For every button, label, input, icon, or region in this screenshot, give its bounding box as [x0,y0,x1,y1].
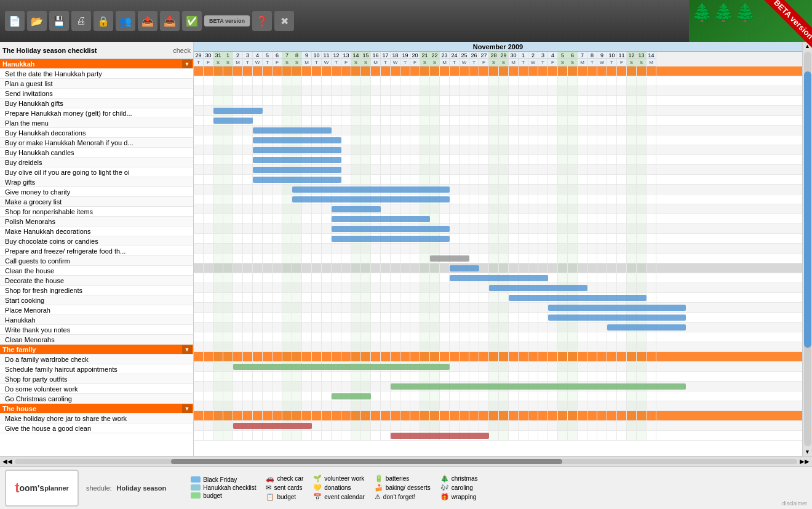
collapse-button[interactable]: ▼ [182,60,192,68]
category-row[interactable]: The family▼ [0,345,193,355]
task-row[interactable]: Clean Menorahs [0,335,193,345]
task-row[interactable]: Polish Menorahs [0,217,193,226]
gantt-cell [194,401,204,411]
task-row[interactable]: Shop for fresh ingredients [0,286,193,295]
gantt-cell [204,303,213,312]
import-icon[interactable]: 📥 [160,11,180,31]
lock-icon[interactable]: 🔒 [94,11,113,31]
print-icon[interactable]: 🖨 [71,11,91,31]
scroll-track[interactable] [15,459,797,464]
gantt-cell [430,145,440,154]
task-row[interactable]: Go Christmas caroling [0,394,193,404]
task-row[interactable]: Do a family wardrobe check [0,355,193,364]
task-row[interactable]: Set the date the Hanukkah party [0,69,193,79]
task-row[interactable]: Send invitations [0,89,193,98]
gantt-cell [233,283,243,292]
task-row[interactable]: Decorate the house [0,276,193,286]
save-icon[interactable]: 💾 [49,11,69,31]
scroll-left-button[interactable]: ◀◀ [2,458,12,465]
task-row[interactable]: Hanukkah [0,315,193,325]
date-cell: 12 [332,52,341,59]
task-icon[interactable]: ✅ [182,11,202,31]
gantt-cell [292,224,302,233]
legend-item-checkcar: 🚗 check car [266,475,303,483]
gantt-cell [273,382,282,391]
task-row[interactable]: Shop for party outfits [0,374,193,384]
gantt-cell [381,421,391,430]
task-row[interactable]: Make Hanukkah decorations [0,226,193,236]
task-row[interactable]: Shop for nonperishable items [0,207,193,217]
gantt-cell [243,155,253,164]
gantt-cell [647,362,656,371]
category-row[interactable]: Hanukkah▼ [0,59,193,69]
vertical-scroll-track[interactable] [804,52,811,446]
vertical-scroll-thumb[interactable] [804,71,811,348]
task-row[interactable]: Clean the house [0,266,193,276]
gantt-cell [617,116,627,125]
task-row[interactable]: Make holiday chore jar to share the work [0,414,193,423]
gantt-cell [637,401,647,411]
logo-button[interactable]: BETA version [204,15,250,26]
task-row[interactable]: Buy Hanukkah gifts [0,98,193,108]
right-panel[interactable]: November 2009 29303112345678910111213141… [194,42,802,456]
gantt-cell [351,263,361,273]
task-row[interactable]: Buy chocolate coins or candies [0,236,193,246]
task-row[interactable]: Schedule family haircut appointments [0,364,193,374]
scroll-right-button[interactable]: ▶▶ [800,458,810,465]
gantt-cell [204,313,213,322]
right-scrollbar[interactable]: ▲ ▼ [802,42,812,456]
gantt-cell [410,342,420,351]
task-row[interactable]: Buy Hanukkah decorations [0,128,193,138]
gantt-cell [460,283,469,292]
task-row[interactable]: Buy olive oil if you are going to light … [0,167,193,177]
task-row[interactable]: Make a grocery list [0,197,193,207]
horizontal-scroll-bar[interactable]: ◀◀ ▶▶ [0,456,812,466]
gantt-cell [499,431,509,440]
task-row[interactable]: Buy dreidels [0,158,193,167]
task-row[interactable]: Wrap gifts [0,177,193,187]
gantt-cell [617,391,627,401]
gantt-body [194,66,802,456]
gantt-cell [263,431,273,440]
help-icon[interactable]: ❓ [252,11,272,31]
new-icon[interactable]: 📄 [5,11,25,31]
gantt-cell [194,76,204,86]
task-row[interactable]: Prepare and freeze/ refrigerate food th.… [0,246,193,256]
task-row[interactable]: Give money to charity [0,187,193,197]
users-icon[interactable]: 👥 [116,11,135,31]
gantt-cell [381,175,391,184]
collapse-button[interactable]: ▼ [182,345,192,354]
gantt-cell [578,145,587,154]
checklist-header: The Holiday season checklist check [0,42,193,59]
task-row[interactable]: Place Menorah [0,305,193,315]
gantt-cell [213,96,223,105]
export-icon[interactable]: 📤 [138,11,157,31]
task-row[interactable]: Call guests to confirm [0,256,193,266]
task-row[interactable]: Prepare Hanukkah money (gelt) for child.… [0,108,193,118]
task-row[interactable]: Plan the menu [0,118,193,128]
gantt-cell [548,185,558,194]
gantt-cell [647,76,656,86]
gantt-cell [223,313,233,322]
task-label: Buy dreidels [5,159,193,166]
task-row[interactable]: Start cooking [0,295,193,305]
open-icon[interactable]: 📂 [27,11,47,31]
task-row[interactable]: Buy Hanukkah candles [0,148,193,158]
collapse-button[interactable]: ▼ [182,404,192,413]
task-row[interactable]: Plan a guest list [0,79,193,89]
close-icon[interactable]: ✖ [274,11,294,31]
gantt-cell [528,106,538,115]
category-row[interactable]: The house▼ [0,404,193,414]
scroll-down-button[interactable]: ▼ [803,447,811,456]
gantt-cell [371,76,381,86]
gantt-cell [558,352,568,361]
gantt-cell [450,194,460,204]
gantt-row [194,362,802,372]
gantt-cell [607,244,617,253]
task-row[interactable]: Do some volunteer work [0,384,193,394]
task-row[interactable]: Buy or make Hanukkah Menorah if you d... [0,138,193,148]
scroll-thumb[interactable] [171,459,562,464]
task-row[interactable]: Give the house a good clean [0,423,193,433]
gantt-cell [450,283,460,292]
task-row[interactable]: Write thank you notes [0,325,193,335]
